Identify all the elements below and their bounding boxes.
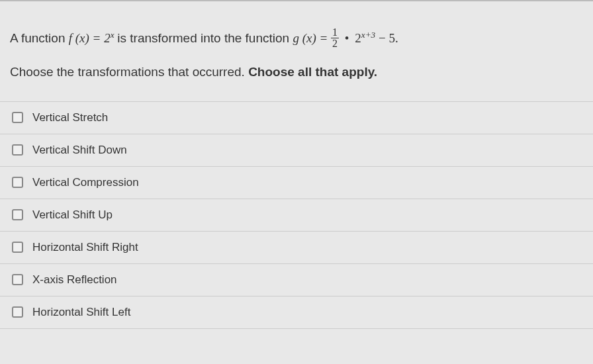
checkbox[interactable] bbox=[12, 274, 23, 285]
question-container: A function f (x) = 2x is transformed int… bbox=[0, 0, 593, 364]
option-label: Vertical Stretch bbox=[32, 111, 108, 124]
instruction-text: Choose the transformations that occurred… bbox=[10, 65, 248, 79]
checkbox[interactable] bbox=[12, 144, 23, 156]
option-row[interactable]: Horizontal Shift Left bbox=[0, 296, 593, 329]
option-row[interactable]: Vertical Shift Up bbox=[0, 199, 593, 231]
checkbox[interactable] bbox=[12, 112, 23, 123]
option-label: Vertical Compression bbox=[32, 176, 139, 189]
fraction: 1 2 bbox=[331, 27, 339, 49]
option-label: X-axis Reflection bbox=[32, 273, 117, 287]
checkbox[interactable] bbox=[12, 242, 23, 253]
option-row[interactable]: Vertical Stretch bbox=[0, 101, 593, 134]
f-expression: f (x) = 2x bbox=[69, 31, 118, 45]
mid-text: is transformed into the function bbox=[117, 31, 293, 45]
intro-text: A function bbox=[10, 31, 69, 45]
checkbox[interactable] bbox=[12, 177, 23, 188]
option-label: Horizontal Shift Right bbox=[32, 241, 138, 254]
question-line-1: A function f (x) = 2x is transformed int… bbox=[10, 28, 583, 50]
question-line-2: Choose the transformations that occurred… bbox=[10, 62, 583, 82]
checkbox[interactable] bbox=[12, 306, 23, 318]
option-label: Vertical Shift Up bbox=[32, 208, 113, 222]
option-row[interactable]: Vertical Compression bbox=[0, 166, 593, 199]
top-divider bbox=[0, 0, 593, 1]
question-text: A function f (x) = 2x is transformed int… bbox=[0, 15, 593, 83]
option-label: Vertical Shift Down bbox=[32, 144, 127, 157]
instruction-bold: Choose all that apply. bbox=[248, 65, 377, 79]
options-list: Vertical Stretch Vertical Shift Down Ver… bbox=[0, 101, 593, 329]
option-row[interactable]: Vertical Shift Down bbox=[0, 134, 593, 166]
checkbox[interactable] bbox=[12, 209, 23, 220]
option-row[interactable]: X-axis Reflection bbox=[0, 263, 593, 296]
option-label: Horizontal Shift Left bbox=[32, 306, 130, 319]
g-expression: g (x) = 1 2 • 2x+3 − 5. bbox=[293, 31, 398, 45]
option-row[interactable]: Horizontal Shift Right bbox=[0, 231, 593, 263]
